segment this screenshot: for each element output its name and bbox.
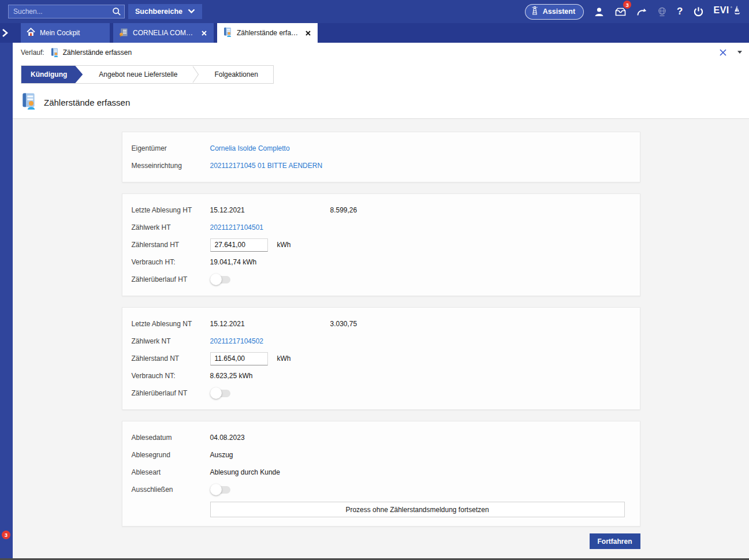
reading-type-value: Ablesung durch Kunde bbox=[210, 468, 330, 476]
last-reading-nt-value: 3.030,75 bbox=[330, 320, 357, 328]
reading-nt-unit: kWh bbox=[277, 354, 291, 363]
overflow-ht-toggle[interactable] bbox=[210, 274, 231, 285]
help-button[interactable]: ? bbox=[677, 3, 683, 20]
assistant-button[interactable]: Assistent bbox=[525, 4, 584, 20]
page-title: Zählerstände erfassen bbox=[44, 98, 130, 107]
top-bar: Suchbereiche Assistent 3 bbox=[0, 0, 749, 23]
form-row: Ableseart Ablesung durch Kunde bbox=[132, 464, 631, 481]
tab-bar: Mein Cockpit CORNELIA COMPLE... Zählerst… bbox=[0, 23, 749, 43]
ht-card: Letzte Ablesung HT 15.12.2021 8.599,26 Z… bbox=[122, 193, 640, 296]
consumption-ht-label: Verbrauch HT: bbox=[132, 258, 210, 266]
step-angebot-neue-lieferstelle[interactable]: Angebot neue Lieferstelle bbox=[83, 66, 192, 83]
inbox-badge: 3 bbox=[623, 1, 631, 9]
form-row: Zählwerk NT 20211217104502 bbox=[132, 333, 631, 350]
brand-logo: EVI ° bbox=[714, 5, 741, 18]
tab-close-icon[interactable] bbox=[200, 29, 208, 37]
reading-reason-label: Ablesegrund bbox=[132, 451, 210, 459]
last-reading-ht-value: 8.599,26 bbox=[330, 206, 357, 214]
history-current-item[interactable]: Zählerstände erfassen bbox=[63, 48, 132, 57]
skip-reading-button[interactable]: Prozess ohne Zählerstandsmeldung fortset… bbox=[210, 502, 625, 517]
search-icon[interactable] bbox=[109, 7, 124, 16]
history-dropdown-icon[interactable] bbox=[737, 51, 742, 54]
brand-degree-mark: ° bbox=[731, 6, 732, 11]
reading-nt-input[interactable] bbox=[210, 352, 268, 365]
form-row: Verbrauch NT: 8.623,25 kWh bbox=[132, 367, 631, 384]
reading-ht-input[interactable] bbox=[210, 238, 268, 252]
reading-ht-unit: kWh bbox=[277, 241, 291, 249]
form-row: Letzte Ablesung NT 15.12.2021 3.030,75 bbox=[132, 315, 631, 333]
step-label: Kündigung bbox=[31, 70, 67, 79]
measuring-device-label: Messeinrichtung bbox=[132, 162, 210, 170]
consumption-ht-value: 19.041,74 kWh bbox=[210, 258, 330, 266]
main-area: 3 Verlauf: Zählerstände erfassen Kündigu… bbox=[0, 43, 749, 558]
tab-label: Mein Cockpit bbox=[40, 29, 104, 37]
form-row: Verbrauch HT: 19.041,74 kWh bbox=[132, 253, 631, 271]
history-label: Verlauf: bbox=[21, 48, 44, 57]
help-label: ? bbox=[677, 6, 683, 17]
user-button[interactable] bbox=[594, 3, 605, 20]
tab-label: Zählerstände erfassen bbox=[237, 29, 299, 37]
tab-mein-cockpit[interactable]: Mein Cockpit bbox=[21, 23, 110, 43]
step-kuendigung[interactable]: Kündigung bbox=[21, 66, 83, 83]
owner-card: Eigentümer Cornelia Isolde Completto Mes… bbox=[122, 132, 640, 182]
assistant-label: Assistent bbox=[543, 8, 575, 16]
form-row: Ablesegrund Auszug bbox=[132, 446, 631, 464]
measuring-device-link[interactable]: 202112171045 01 BITTE AENDERN bbox=[210, 162, 323, 170]
power-icon[interactable] bbox=[693, 3, 704, 20]
register-nt-link[interactable]: 20211217104502 bbox=[210, 337, 264, 345]
overflow-nt-toggle[interactable] bbox=[210, 387, 231, 399]
form-row: Zählwerk HT 20211217104501 bbox=[132, 219, 631, 236]
nt-card: Letzte Ablesung NT 15.12.2021 3.030,75 Z… bbox=[122, 307, 640, 410]
last-reading-nt-label: Letzte Ablesung NT bbox=[132, 320, 210, 328]
search-scope-button[interactable]: Suchbereiche bbox=[128, 4, 202, 19]
step-folgeaktionen[interactable]: Folgeaktionen bbox=[199, 66, 273, 83]
form-row: Ausschließen bbox=[132, 481, 631, 498]
reading-meta-card: Ablesedatum 04.08.2023 Ablesegrund Auszu… bbox=[122, 421, 640, 527]
form-row: Messeinrichtung 202112171045 01 BITTE AE… bbox=[132, 157, 631, 174]
form-row: Ablesedatum 04.08.2023 bbox=[132, 429, 631, 446]
meter-person-icon bbox=[50, 48, 59, 57]
register-nt-label: Zählwerk NT bbox=[132, 337, 210, 345]
meter-person-icon bbox=[223, 27, 232, 39]
form-area: Eigentümer Cornelia Isolde Completto Mes… bbox=[13, 119, 749, 558]
redo-icon[interactable] bbox=[636, 3, 647, 20]
history-row: Verlauf: Zählerstände erfassen bbox=[13, 43, 749, 62]
tab-close-icon[interactable] bbox=[304, 29, 312, 37]
search-input[interactable] bbox=[9, 8, 109, 16]
overflow-ht-label: Zählerüberlauf HT bbox=[132, 275, 210, 283]
form-row: Eigentümer Cornelia Isolde Completto bbox=[132, 140, 631, 157]
sailboat-icon bbox=[733, 5, 741, 18]
reading-nt-label: Zählerstand NT bbox=[132, 354, 210, 363]
content-panel: Verlauf: Zählerstände erfassen Kündigung… bbox=[13, 43, 749, 558]
owner-label: Eigentümer bbox=[132, 144, 210, 152]
consumption-nt-value: 8.623,25 kWh bbox=[210, 372, 330, 380]
owner-link[interactable]: Cornelia Isolde Completto bbox=[210, 144, 290, 152]
tab-label: CORNELIA COMPLE... bbox=[133, 29, 195, 37]
search-scope-label: Suchbereiche bbox=[135, 8, 182, 16]
last-reading-ht-label: Letzte Ablesung HT bbox=[132, 206, 210, 214]
exclude-toggle[interactable] bbox=[210, 484, 231, 495]
sidebar-expand-icon[interactable] bbox=[2, 27, 12, 39]
globe-icon[interactable] bbox=[657, 3, 667, 20]
brand-name: EVI bbox=[714, 5, 729, 16]
reading-reason-value: Auszug bbox=[210, 451, 330, 459]
register-ht-link[interactable]: 20211217104501 bbox=[210, 223, 264, 232]
chevron-down-icon bbox=[188, 8, 195, 16]
left-sidebar-strip[interactable]: 3 bbox=[0, 43, 13, 558]
reading-date-label: Ablesedatum bbox=[132, 434, 210, 442]
register-ht-label: Zählwerk HT bbox=[132, 223, 210, 232]
actions-row: Fortfahren bbox=[122, 533, 640, 549]
lighthouse-icon bbox=[531, 6, 539, 17]
continue-button[interactable]: Fortfahren bbox=[590, 533, 640, 549]
reading-date-value: 04.08.2023 bbox=[210, 434, 330, 442]
global-search-box[interactable] bbox=[8, 5, 125, 18]
topbar-actions: Assistent 3 ? EVI ° bbox=[525, 3, 741, 20]
tab-customer[interactable]: CORNELIA COMPLE... bbox=[113, 23, 214, 43]
step-label: Angebot neue Lieferstelle bbox=[99, 70, 177, 79]
close-process-icon[interactable] bbox=[719, 48, 727, 57]
sidebar-notification-badge[interactable]: 3 bbox=[2, 531, 10, 539]
form-row: Zählerstand HT kWh bbox=[132, 236, 631, 253]
inbox-button[interactable]: 3 bbox=[614, 3, 627, 20]
last-reading-ht-date: 15.12.2021 bbox=[210, 206, 330, 214]
tab-zaehlerstaende-erfassen[interactable]: Zählerstände erfassen bbox=[217, 23, 318, 43]
